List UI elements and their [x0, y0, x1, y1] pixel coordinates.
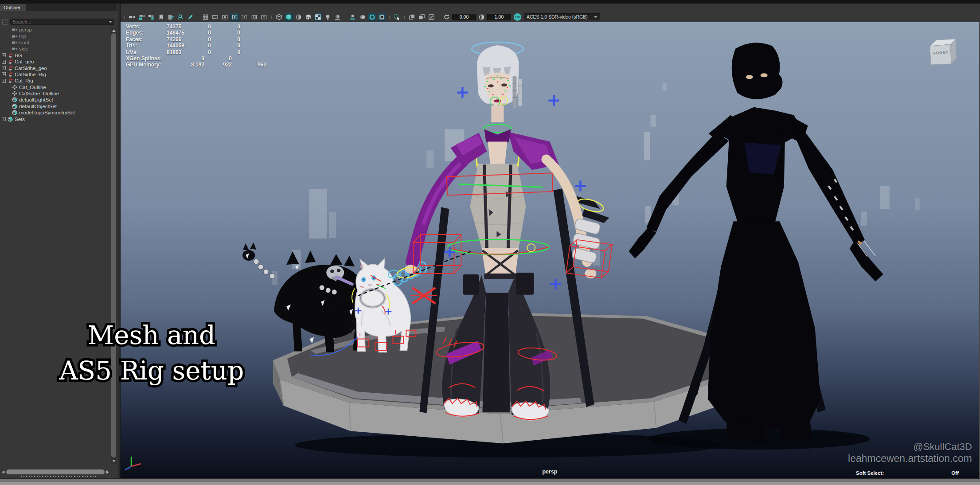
caption-line-2: AS5 Rig setup — [59, 356, 244, 386]
outliner-item-defaultobjectset[interactable]: defaultObjectSet — [0, 103, 111, 110]
hud-stat-row: UVs: 81863 0 0 — [126, 49, 266, 55]
ssao-icon[interactable] — [378, 13, 386, 21]
expand-icon[interactable] — [2, 72, 6, 76]
separator[interactable] — [343, 13, 347, 21]
film-gate-icon[interactable] — [211, 13, 219, 21]
camera-label: persp — [121, 469, 979, 475]
motion-blur-icon[interactable] — [358, 13, 367, 21]
textured-icon[interactable] — [304, 13, 312, 21]
outliner-item-defaultlightset[interactable]: defaultLightSet — [0, 97, 111, 103]
expand-icon[interactable] — [2, 117, 6, 121]
viewport-canvas[interactable]: Verts: 74375 0 0 Edges: 148475 0 0 Faces… — [121, 22, 980, 478]
hud-stat-row: Edges: 148475 0 0 — [126, 30, 266, 36]
pan-zoom-icon[interactable] — [176, 13, 185, 21]
outliner-item-catsidhe-outline[interactable]: CatSidhe_Outline — [0, 90, 111, 97]
wireframe-on-shaded-icon[interactable] — [314, 13, 322, 21]
outliner-item-top[interactable]: top — [0, 33, 111, 39]
outliner-item-sets[interactable]: Sets — [0, 116, 111, 122]
outliner-item-catsidhe-rig[interactable]: CatSidhe_Rig — [0, 71, 111, 78]
colorspace-dropdown[interactable]: ACES 1.0 SDR-video (sRGB) — [524, 13, 600, 20]
anti-aliasing-icon[interactable] — [368, 13, 376, 21]
smooth-shade-icon[interactable] — [285, 13, 293, 21]
separator[interactable] — [437, 13, 441, 21]
highlight-select-icon[interactable] — [418, 13, 426, 21]
outliner-item-cat-outline[interactable]: Cat_Outline — [0, 84, 111, 90]
search-field[interactable] — [12, 19, 109, 24]
grease-pencil-icon[interactable] — [186, 13, 195, 21]
scroll-down-icon[interactable] — [112, 460, 116, 462]
filter-icon[interactable] — [2, 19, 8, 25]
resolution-gate-icon[interactable] — [221, 13, 229, 21]
hud-value — [232, 55, 266, 62]
separator[interactable] — [387, 13, 391, 21]
grid-icon[interactable] — [201, 13, 210, 21]
expand-icon[interactable] — [2, 60, 6, 64]
scroll-thumb[interactable] — [111, 33, 116, 458]
search-input[interactable] — [10, 19, 114, 25]
exposure-icon[interactable] — [443, 14, 450, 20]
panel-splitter[interactable] — [117, 4, 121, 478]
item-icon — [12, 33, 18, 39]
expand-icon[interactable] — [2, 79, 6, 83]
outliner-horizontal-scrollbar[interactable] — [1, 469, 110, 475]
panel-resize-grip[interactable] — [0, 475, 117, 478]
watermark-handle: @SkullCat3D — [848, 441, 972, 453]
outliner-vertical-scrollbar[interactable] — [111, 28, 117, 464]
contrast-icon[interactable] — [478, 14, 485, 20]
shadows-icon[interactable] — [333, 13, 342, 21]
xray-icon[interactable] — [427, 13, 436, 21]
item-label: front — [19, 40, 29, 45]
outliner-item-catsidhe-geo[interactable]: CatSidhe_geo — [0, 65, 111, 71]
separator[interactable] — [269, 13, 273, 21]
hud-value: 0 — [204, 55, 232, 62]
fog-icon[interactable] — [348, 13, 357, 21]
field-chart-icon[interactable] — [240, 13, 249, 21]
safe-action-icon[interactable] — [250, 13, 258, 21]
color-management-toggle[interactable]: ON — [514, 13, 521, 21]
separator[interactable] — [122, 13, 126, 21]
scene-3d[interactable] — [121, 22, 979, 478]
outliner-tabbar: Outliner — [0, 4, 117, 11]
safe-title-icon[interactable] — [260, 13, 268, 21]
outliner-item-toposymmetryset[interactable]: model:topoSymmetrySet — [0, 110, 111, 116]
outliner-item-cat-geo[interactable]: Cat_geo — [0, 59, 111, 65]
outliner-tab[interactable]: Outliner — [0, 4, 26, 11]
select-camera-icon[interactable] — [128, 13, 136, 21]
scroll-thumb[interactable] — [6, 469, 105, 474]
watermark: @SkullCat3D leahmcewen.artstation.com — [848, 441, 972, 465]
item-label: Cat_Outline — [19, 85, 46, 90]
default-material-icon[interactable] — [294, 13, 303, 21]
item-icon — [7, 116, 13, 122]
outliner-item-front[interactable]: front — [0, 39, 111, 46]
scroll-left-icon[interactable] — [2, 470, 4, 474]
exposure-field[interactable]: 0.00 — [452, 14, 476, 20]
camera-attributes-icon[interactable] — [147, 13, 156, 21]
outliner-item-cat-rig[interactable]: Cat_Rig — [0, 78, 111, 84]
scroll-up-icon[interactable] — [112, 29, 116, 32]
isolate-select-icon[interactable] — [408, 13, 416, 21]
separator[interactable] — [402, 13, 406, 21]
outliner-item-bg[interactable]: BG — [0, 52, 111, 59]
view-cube[interactable]: FRONT — [927, 35, 959, 72]
item-label: Sets — [15, 117, 25, 122]
outliner-item-side[interactable]: side — [0, 46, 111, 52]
lights-icon[interactable] — [324, 13, 332, 21]
separator[interactable] — [196, 13, 200, 21]
gamma-field[interactable]: 1.00 — [487, 14, 511, 20]
item-icon — [7, 52, 13, 59]
bookmark-icon[interactable] — [157, 13, 165, 21]
wireframe-icon[interactable] — [275, 13, 283, 21]
chevron-down-icon[interactable] — [109, 21, 112, 23]
expand-icon[interactable] — [2, 66, 6, 70]
scroll-right-icon[interactable] — [106, 470, 109, 474]
hud-value: 0 — [211, 36, 240, 43]
soft-select-status: Soft Select: Off — [856, 470, 959, 476]
gate-mask-icon[interactable] — [230, 13, 239, 21]
maya-window: Outliner persp top — [0, 0, 980, 485]
image-plane-icon[interactable] — [167, 13, 175, 21]
outliner-item-persp[interactable]: persp — [0, 27, 111, 33]
hud-value: 0 — [179, 30, 211, 36]
lock-camera-icon[interactable] — [137, 13, 146, 21]
expand-icon[interactable] — [2, 53, 6, 57]
marquee-tool-icon[interactable] — [393, 13, 401, 21]
